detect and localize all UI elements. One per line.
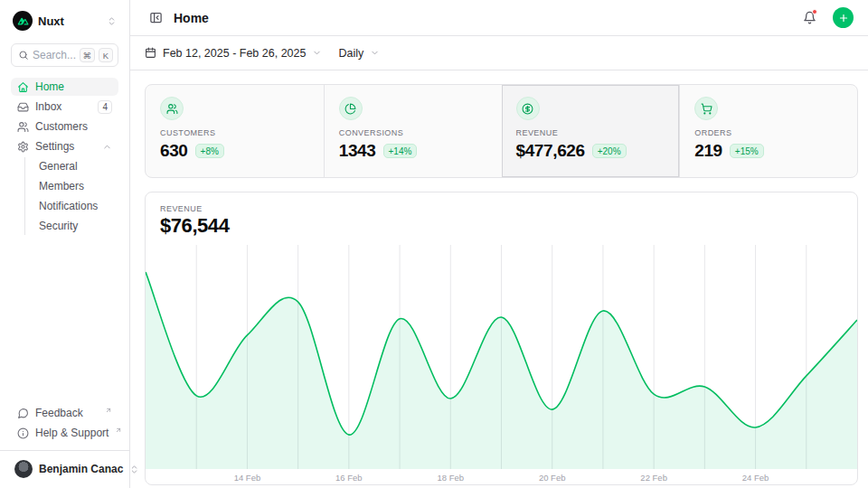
arrow-up-right-icon xyxy=(105,407,112,414)
sidebar-item-label: Feedback xyxy=(35,407,99,419)
panel-left-close-icon xyxy=(149,11,163,24)
sidebar-item-feedback[interactable]: Feedback xyxy=(11,404,118,422)
arrow-up-right-icon xyxy=(115,427,122,434)
sidebar-item-label: Settings xyxy=(35,140,96,153)
sidebar-item-notifications[interactable]: Notifications xyxy=(35,197,118,215)
stat-delta-badge: +15% xyxy=(730,144,764,158)
stat-delta-badge: +20% xyxy=(592,144,627,158)
cart-icon xyxy=(694,97,718,120)
content: CUSTOMERS 630 +8% CONVERSIONS 1343 +14% xyxy=(130,70,868,485)
sidebar-item-label: Home xyxy=(35,80,112,93)
sidebar-item-general[interactable]: General xyxy=(35,157,118,175)
sidebar-item-settings[interactable]: Settings xyxy=(11,137,118,155)
stat-card-orders[interactable]: ORDERS 219 +15% xyxy=(679,85,857,177)
users-icon xyxy=(160,97,184,120)
notifications-button[interactable] xyxy=(798,7,820,29)
sidebar-item-label: Help & Support xyxy=(35,427,108,439)
app-window: Nuxt ⌘ K Home Inbo xyxy=(0,0,868,488)
user-name: Benjamin Canac xyxy=(39,463,123,475)
period-label: Daily xyxy=(338,47,363,60)
stat-card-conversions[interactable]: CONVERSIONS 1343 +14% xyxy=(324,85,502,177)
sidebar-item-members[interactable]: Members xyxy=(35,177,118,195)
search-icon xyxy=(18,50,29,61)
chart-title: REVENUE xyxy=(146,192,857,213)
sidebar-divider xyxy=(0,450,129,451)
page-title: Home xyxy=(174,11,791,25)
x-axis: 14 Feb16 Feb18 Feb20 Feb22 Feb24 Feb xyxy=(146,473,857,485)
search-input[interactable] xyxy=(33,49,76,61)
filter-toolbar: Feb 12, 2025 - Feb 26, 2025 Daily xyxy=(130,36,868,70)
cmd-key: ⌘ xyxy=(80,48,96,62)
sidebar-item-label: Customers xyxy=(35,120,112,133)
notification-dot xyxy=(812,9,817,14)
user-menu[interactable]: Benjamin Canac xyxy=(11,457,118,481)
gear-icon xyxy=(17,141,29,153)
sidebar-item-label: Inbox xyxy=(35,100,91,113)
date-range-picker[interactable]: Feb 12, 2025 - Feb 26, 2025 xyxy=(145,47,322,60)
nuxt-logo-icon xyxy=(13,11,33,31)
info-circle-icon xyxy=(17,427,29,439)
x-axis-label: 22 Feb xyxy=(640,473,667,483)
x-axis-label: 14 Feb xyxy=(234,473,261,483)
circle-dollar-icon xyxy=(516,97,540,120)
collapse-sidebar-button[interactable] xyxy=(145,7,166,29)
stat-value: 219 xyxy=(694,141,722,161)
stats-row: CUSTOMERS 630 +8% CONVERSIONS 1343 +14% xyxy=(145,84,858,178)
sidebar-item-home[interactable]: Home xyxy=(11,78,118,96)
chevron-down-icon xyxy=(312,48,322,58)
revenue-chart-card: REVENUE $76,544 14 Feb16 Feb18 Feb20 Feb… xyxy=(145,192,858,485)
sidebar-item-inbox[interactable]: Inbox 4 xyxy=(11,98,118,116)
plus-icon xyxy=(838,13,849,23)
avatar xyxy=(14,460,33,478)
stat-delta-badge: +14% xyxy=(383,144,418,158)
team-switcher[interactable]: Nuxt xyxy=(11,9,118,33)
date-range-label: Feb 12, 2025 - Feb 26, 2025 xyxy=(163,47,306,60)
chevron-up-icon xyxy=(102,142,112,152)
team-name: Nuxt xyxy=(38,14,101,28)
main-area: Home Feb 12, 2025 - Feb 26, 2025 Daily xyxy=(130,0,868,488)
stat-value: 630 xyxy=(160,141,188,161)
k-key: K xyxy=(99,48,113,62)
sidebar-item-security[interactable]: Security xyxy=(35,217,118,235)
users-icon xyxy=(17,121,29,133)
stat-label: CONVERSIONS xyxy=(339,128,487,137)
stat-value: $477,626 xyxy=(516,141,585,161)
stat-delta-badge: +8% xyxy=(195,144,224,158)
home-icon xyxy=(17,81,29,93)
x-axis-label: 24 Feb xyxy=(742,473,769,483)
inbox-count-badge: 4 xyxy=(98,100,112,114)
search-input-wrap: ⌘ K xyxy=(11,43,118,67)
chevron-down-icon xyxy=(370,48,380,58)
calendar-icon xyxy=(145,47,156,59)
sidebar: Nuxt ⌘ K Home Inbo xyxy=(0,0,130,488)
x-axis-label: 20 Feb xyxy=(539,473,566,483)
add-button[interactable] xyxy=(833,7,854,28)
x-axis-label: 16 Feb xyxy=(335,473,363,483)
sidebar-nav: Home Inbox 4 Customers Settings xyxy=(11,78,118,237)
stat-value: 1343 xyxy=(339,141,376,161)
revenue-area-chart xyxy=(146,245,857,469)
sidebar-item-customers[interactable]: Customers xyxy=(11,117,118,136)
chart-pie-icon xyxy=(339,97,363,120)
stat-label: ORDERS xyxy=(694,128,843,137)
stat-card-revenue[interactable]: REVENUE $477,626 +20% xyxy=(502,85,680,177)
stat-card-customers[interactable]: CUSTOMERS 630 +8% xyxy=(146,85,324,177)
stat-label: REVENUE xyxy=(516,128,665,137)
sidebar-item-help-support[interactable]: Help & Support xyxy=(11,424,118,442)
stat-label: CUSTOMERS xyxy=(160,128,309,137)
chart-total-value: $76,544 xyxy=(146,213,857,238)
period-select[interactable]: Daily xyxy=(338,47,380,60)
top-header: Home xyxy=(130,0,868,36)
chevrons-up-down-icon xyxy=(107,16,117,26)
message-circle-icon xyxy=(17,408,29,419)
inbox-icon xyxy=(17,101,29,113)
settings-subnav: General Members Notifications Security xyxy=(24,157,118,235)
x-axis-label: 18 Feb xyxy=(437,473,464,483)
